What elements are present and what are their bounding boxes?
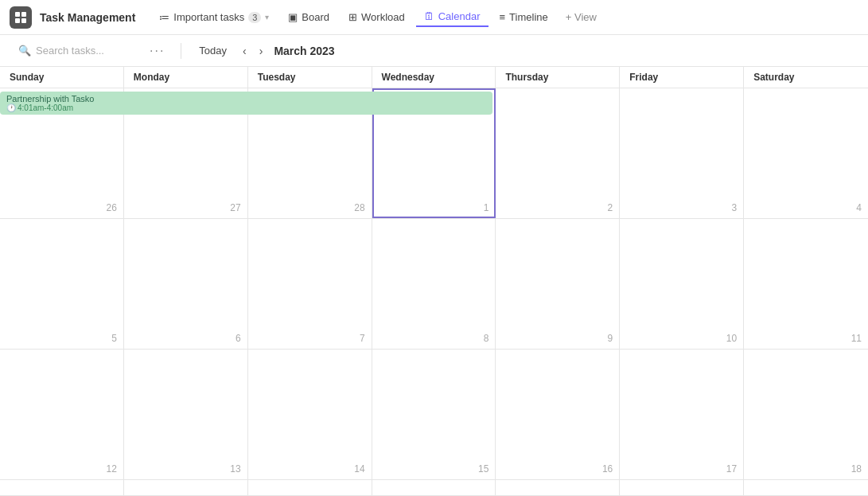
date-number: 3 [731, 202, 737, 213]
top-nav: Task Management ≔ Important tasks 3 ▾ ▣ … [0, 0, 868, 35]
cell-partial [496, 480, 620, 495]
cell-mar-2[interactable]: 2 [496, 88, 620, 218]
date-number: 12 [106, 463, 116, 475]
date-number: 28 [354, 202, 364, 213]
workload-icon: ⊞ [348, 11, 357, 23]
calendar-header: Sunday Monday Tuesday Wednesday Thursday… [0, 67, 868, 88]
date-number: 2 [608, 202, 613, 213]
cell-feb-27[interactable]: 27 [124, 88, 248, 218]
cell-mar-18[interactable]: 18 [744, 350, 868, 479]
date-number: 27 [230, 202, 240, 213]
cell-mar-13[interactable]: 13 [124, 350, 248, 479]
cell-partial [124, 480, 248, 495]
date-number: 18 [851, 463, 862, 475]
date-number: 9 [608, 333, 613, 344]
calendar-icon: 🗓 [424, 10, 434, 22]
next-month-button[interactable]: › [255, 42, 268, 60]
calendar-body: Partnership with Tasko 🕐 4:01am-4:00am 2… [0, 88, 868, 496]
header-thursday: Thursday [496, 67, 620, 88]
cell-partial [744, 480, 868, 495]
date-number: 5 [111, 333, 117, 344]
header-saturday: Saturday [744, 67, 868, 88]
date-number: 4 [856, 202, 862, 213]
cell-feb-28[interactable]: 28 [248, 88, 372, 218]
svg-rect-2 [15, 18, 20, 23]
cell-mar-6[interactable]: 6 [124, 219, 248, 349]
today-button[interactable]: Today [191, 42, 235, 59]
date-number: 7 [360, 333, 365, 344]
date-number: 16 [602, 463, 613, 475]
date-nav-controls: Today ‹ › March 2023 [191, 42, 334, 60]
list-icon: ≔ [159, 11, 169, 23]
app-title: Task Management [40, 11, 135, 24]
tab-workload[interactable]: ⊞ Workload [341, 8, 413, 26]
date-number: 1 [484, 202, 489, 213]
current-month-label: March 2023 [274, 45, 334, 57]
header-wednesday: Wednesday [372, 67, 496, 88]
cell-mar-9[interactable]: 9 [496, 219, 620, 349]
cell-partial [372, 480, 496, 495]
svg-rect-0 [15, 12, 20, 17]
prev-month-button[interactable]: ‹ [238, 42, 251, 60]
header-sunday: Sunday [0, 67, 124, 88]
date-number: 6 [235, 333, 241, 344]
svg-rect-1 [21, 12, 26, 17]
cell-mar-4[interactable]: 4 [744, 88, 868, 218]
toolbar: 🔍 Search tasks... ··· Today ‹ › March 20… [0, 35, 868, 67]
tab-board[interactable]: ▣ Board [280, 8, 337, 26]
calendar-week-4-partial [0, 480, 868, 496]
date-number: 17 [726, 463, 737, 475]
header-friday: Friday [620, 67, 744, 88]
cell-mar-5[interactable]: 5 [0, 219, 124, 349]
calendar-week-2: 5 6 7 8 9 10 11 [0, 219, 868, 350]
cell-mar-15[interactable]: 15 [372, 350, 496, 479]
more-options-button[interactable]: ··· [143, 41, 171, 61]
board-icon: ▣ [288, 11, 298, 23]
svg-rect-3 [21, 18, 26, 23]
calendar-week-1: Partnership with Tasko 🕐 4:01am-4:00am 2… [0, 88, 868, 219]
header-tuesday: Tuesday [248, 67, 372, 88]
cell-mar-17[interactable]: 17 [620, 350, 744, 479]
search-placeholder: Search tasks... [36, 45, 104, 57]
date-number: 11 [851, 333, 862, 344]
cell-partial [620, 480, 744, 495]
cell-mar-12[interactable]: 12 [0, 350, 124, 479]
timeline-icon: ≡ [500, 11, 506, 23]
cell-mar-1[interactable]: 1 [372, 88, 496, 218]
date-number: 15 [478, 463, 488, 475]
cell-partial [0, 480, 124, 495]
date-number: 8 [484, 333, 489, 344]
cell-mar-11[interactable]: 11 [744, 219, 868, 349]
tab-timeline[interactable]: ≡ Timeline [492, 8, 556, 26]
date-number: 26 [106, 202, 116, 213]
app-icon [10, 6, 32, 29]
add-view-button[interactable]: + View [559, 8, 603, 26]
search-box[interactable]: 🔍 Search tasks... [10, 41, 137, 61]
tab-calendar[interactable]: 🗓 Calendar [416, 7, 488, 27]
cell-mar-16[interactable]: 16 [496, 350, 620, 479]
toolbar-divider [181, 43, 181, 59]
date-number: 10 [726, 333, 737, 344]
cell-partial [248, 480, 372, 495]
calendar-week-3: 12 13 14 15 16 17 18 [0, 350, 868, 480]
cell-mar-10[interactable]: 10 [620, 219, 744, 349]
date-number: 14 [354, 463, 364, 475]
header-monday: Monday [124, 67, 248, 88]
search-icon: 🔍 [18, 45, 31, 57]
cell-mar-7[interactable]: 7 [248, 219, 372, 349]
cell-mar-8[interactable]: 8 [372, 219, 496, 349]
date-number: 13 [230, 463, 240, 475]
cell-feb-26[interactable]: 26 [0, 88, 124, 218]
tab-important-tasks[interactable]: ≔ Important tasks 3 ▾ [151, 8, 277, 26]
chevron-down-icon: ▾ [265, 13, 269, 21]
cell-mar-14[interactable]: 14 [248, 350, 372, 479]
calendar-container: Sunday Monday Tuesday Wednesday Thursday… [0, 67, 868, 496]
cell-mar-3[interactable]: 3 [620, 88, 744, 218]
